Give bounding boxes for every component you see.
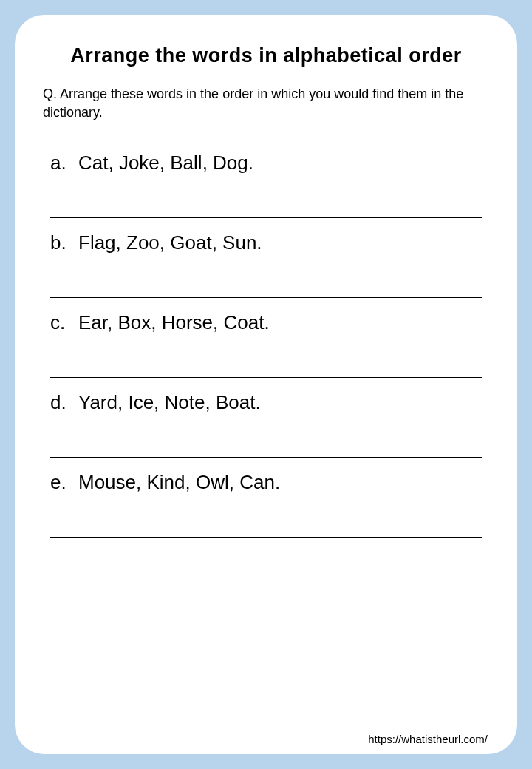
item-row: b. Flag, Zoo, Goat, Sun. bbox=[50, 231, 482, 254]
worksheet-page: Arrange the words in alphabetical order … bbox=[15, 15, 517, 754]
answer-line[interactable] bbox=[50, 377, 482, 378]
list-item: a. Cat, Joke, Ball, Dog. bbox=[50, 152, 482, 218]
answer-line[interactable] bbox=[50, 217, 482, 218]
item-words: Ear, Box, Horse, Coat. bbox=[78, 311, 482, 334]
item-words: Yard, Ice, Note, Boat. bbox=[78, 391, 482, 414]
page-title: Arrange the words in alphabetical order bbox=[43, 44, 489, 67]
item-label: b. bbox=[50, 231, 78, 254]
answer-line[interactable] bbox=[50, 457, 482, 458]
item-words: Flag, Zoo, Goat, Sun. bbox=[78, 231, 482, 254]
list-item: c. Ear, Box, Horse, Coat. bbox=[50, 311, 482, 378]
instructions-text: Q. Arrange these words in the order in w… bbox=[43, 85, 489, 122]
item-row: a. Cat, Joke, Ball, Dog. bbox=[50, 152, 482, 175]
items-container: a. Cat, Joke, Ball, Dog. b. Flag, Zoo, G… bbox=[43, 152, 489, 538]
item-words: Cat, Joke, Ball, Dog. bbox=[78, 152, 482, 175]
list-item: d. Yard, Ice, Note, Boat. bbox=[50, 391, 482, 458]
list-item: e. Mouse, Kind, Owl, Can. bbox=[50, 471, 482, 538]
item-label: a. bbox=[50, 152, 78, 175]
item-row: d. Yard, Ice, Note, Boat. bbox=[50, 391, 482, 414]
answer-line[interactable] bbox=[50, 297, 482, 298]
item-row: c. Ear, Box, Horse, Coat. bbox=[50, 311, 482, 334]
footer-url[interactable]: https://whatistheurl.com/ bbox=[368, 731, 488, 745]
item-row: e. Mouse, Kind, Owl, Can. bbox=[50, 471, 482, 494]
item-words: Mouse, Kind, Owl, Can. bbox=[78, 471, 482, 494]
item-label: c. bbox=[50, 311, 78, 334]
item-label: e. bbox=[50, 471, 78, 494]
answer-line[interactable] bbox=[50, 537, 482, 538]
list-item: b. Flag, Zoo, Goat, Sun. bbox=[50, 231, 482, 298]
item-label: d. bbox=[50, 391, 78, 414]
